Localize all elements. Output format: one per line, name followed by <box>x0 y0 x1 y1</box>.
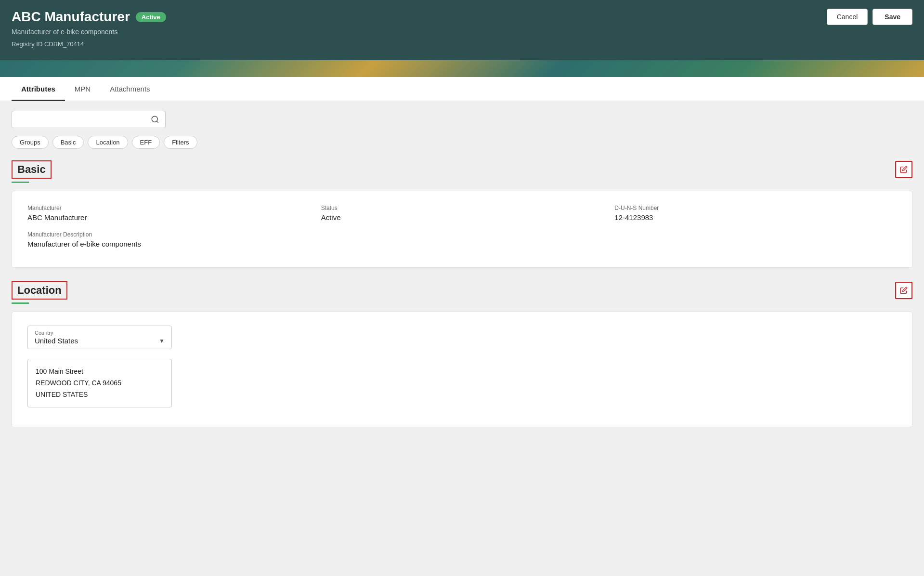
address-line-1: 100 Main Street <box>36 366 164 378</box>
address-line-2: REDWOOD CITY, CA 94065 <box>36 378 164 389</box>
registry-id: Registry ID CDRM_70414 <box>12 40 912 48</box>
basic-edit-button[interactable] <box>895 161 912 178</box>
cancel-button[interactable]: Cancel <box>827 9 868 25</box>
search-box[interactable] <box>12 111 166 128</box>
address-box: 100 Main Street REDWOOD CITY, CA 94065 U… <box>27 359 172 407</box>
search-container <box>12 111 912 128</box>
field-duns: D-U-N-S Number 12-4123983 <box>614 205 897 222</box>
country-value-row: United States ▼ <box>35 337 165 345</box>
svg-point-0 <box>152 116 157 122</box>
chip-basic[interactable]: Basic <box>52 136 84 149</box>
chevron-down-icon: ▼ <box>159 338 165 344</box>
save-button[interactable]: Save <box>872 9 912 25</box>
tab-mpn[interactable]: MPN <box>65 77 100 101</box>
field-status-label: Status <box>321 205 603 211</box>
field-manufacturer-value: ABC Manufacturer <box>27 213 310 222</box>
chip-filters[interactable]: Filters <box>164 136 197 149</box>
location-edit-button[interactable] <box>895 282 912 299</box>
location-section-header: Location <box>12 281 912 300</box>
pencil-icon-location <box>900 287 908 294</box>
filter-chips: Groups Basic Location EFF Filters <box>12 136 912 149</box>
basic-underline <box>12 182 29 183</box>
field-status: Status Active <box>321 205 603 222</box>
search-input[interactable] <box>18 116 151 123</box>
basic-card: Manufacturer ABC Manufacturer Status Act… <box>12 191 912 268</box>
location-underline <box>12 302 29 304</box>
location-card: Country United States ▼ 100 Main Street … <box>12 312 912 427</box>
address-line-3: UNITED STATES <box>36 389 164 401</box>
search-icon <box>151 115 159 124</box>
field-description-value: Manufacturer of e-bike components <box>27 240 897 248</box>
status-badge: Active <box>136 12 166 22</box>
page-subtitle: Manufacturer of e-bike components <box>12 28 912 36</box>
field-status-value: Active <box>321 213 603 222</box>
tabs-bar: Attributes MPN Attachments <box>0 77 924 101</box>
svg-line-1 <box>156 121 158 122</box>
pencil-icon <box>900 166 908 173</box>
country-label: Country <box>35 330 165 336</box>
basic-section: Basic Manufacturer ABC Manufacturer <box>12 160 912 268</box>
decorative-banner <box>0 60 924 77</box>
country-select[interactable]: Country United States ▼ <box>27 326 172 349</box>
chip-groups[interactable]: Groups <box>12 136 49 149</box>
tab-attachments[interactable]: Attachments <box>100 77 159 101</box>
field-duns-label: D-U-N-S Number <box>614 205 897 211</box>
field-description: Manufacturer Description Manufacturer of… <box>27 231 897 248</box>
field-description-label: Manufacturer Description <box>27 231 897 238</box>
location-section: Location Country United States ▼ <box>12 281 912 427</box>
field-manufacturer: Manufacturer ABC Manufacturer <box>27 205 310 222</box>
country-value: United States <box>35 337 78 345</box>
tab-attributes[interactable]: Attributes <box>12 77 65 101</box>
field-manufacturer-label: Manufacturer <box>27 205 310 211</box>
chip-eff[interactable]: EFF <box>132 136 160 149</box>
basic-section-title: Basic <box>12 160 52 179</box>
basic-section-header: Basic <box>12 160 912 179</box>
field-duns-value: 12-4123983 <box>614 213 897 222</box>
location-section-title: Location <box>12 281 67 300</box>
chip-location[interactable]: Location <box>88 136 128 149</box>
page-title: ABC Manufacturer <box>12 9 130 25</box>
basic-fields-row-1: Manufacturer ABC Manufacturer Status Act… <box>27 205 897 222</box>
